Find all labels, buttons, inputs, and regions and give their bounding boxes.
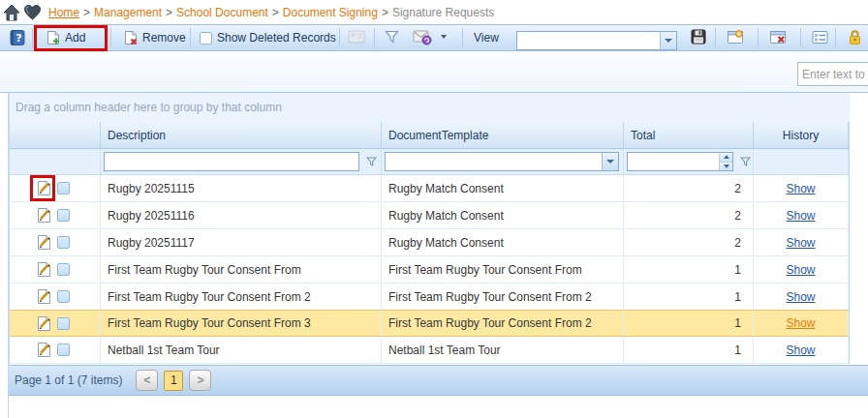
- show-history-link[interactable]: Show: [786, 209, 815, 223]
- show-history-link[interactable]: Show: [786, 343, 815, 357]
- breadcrumb-item-home[interactable]: Home: [48, 6, 79, 19]
- group-by-panel[interactable]: Drag a column header here to group by th…: [9, 93, 850, 122]
- filter-button[interactable]: [379, 25, 404, 48]
- add-button-label: Add: [65, 31, 85, 45]
- lock-button[interactable]: [842, 25, 867, 48]
- pager-next-button[interactable]: >: [189, 370, 211, 391]
- template-cell: First Team Rugby Tour Consent From 2: [382, 284, 624, 310]
- chevron-down-icon: [606, 160, 614, 164]
- row-actions-cell: [10, 175, 101, 201]
- view-combobox-dropdown-button[interactable]: [660, 32, 676, 49]
- show-history-link[interactable]: Show: [786, 236, 815, 250]
- spinner-up-button[interactable]: [720, 153, 732, 162]
- description-filter-funnel-button[interactable]: [363, 152, 379, 171]
- chevron-down-icon: [665, 39, 672, 43]
- column-header-history[interactable]: History: [754, 122, 849, 148]
- show-deleted-records-toggle[interactable]: Show Deleted Records: [200, 25, 336, 50]
- save-view-button[interactable]: [686, 25, 711, 48]
- edit-icon[interactable]: [36, 288, 52, 305]
- edit-icon[interactable]: [36, 234, 52, 251]
- search-input[interactable]: [797, 62, 868, 86]
- breadcrumb-icons: [2, 4, 42, 21]
- heart-icon[interactable]: [23, 4, 42, 21]
- remove-button[interactable]: Remove: [118, 25, 191, 50]
- template-filter-dropdown-button[interactable]: [602, 153, 618, 170]
- toolbar-separator: [835, 28, 836, 47]
- export-dropdown-button[interactable]: [436, 25, 451, 48]
- template-filter-combobox[interactable]: [385, 152, 619, 171]
- actions-column-header: [10, 122, 101, 148]
- row-checkbox[interactable]: [57, 290, 70, 303]
- chevron-down-icon: [724, 164, 729, 168]
- filter-cell-actions: [10, 149, 101, 174]
- row-actions-cell: [10, 229, 101, 255]
- edit-pencil-icon: [36, 288, 52, 305]
- show-history-link[interactable]: Show: [786, 290, 815, 304]
- edit-icon[interactable]: [36, 315, 52, 332]
- save-icon: [691, 29, 706, 45]
- total-filter-funnel-button[interactable]: [737, 152, 753, 171]
- view-combobox-field[interactable]: [516, 31, 677, 50]
- column-header-total[interactable]: Total: [624, 122, 754, 148]
- row-checkbox[interactable]: [57, 317, 70, 330]
- show-history-link[interactable]: Show: [786, 316, 815, 330]
- description-filter-input[interactable]: [104, 152, 359, 171]
- breadcrumb: Home>Management>School Document>Document…: [46, 6, 497, 19]
- row-checkbox[interactable]: [57, 343, 70, 356]
- breadcrumb-item-school-document[interactable]: School Document: [176, 6, 268, 19]
- table-row[interactable]: First Team Rugby Tour Consent From 3Firs…: [10, 310, 849, 337]
- breadcrumb-bar: Home>Management>School Document>Document…: [0, 0, 868, 24]
- filter-cell-history: [754, 149, 849, 174]
- delete-view-icon: [769, 29, 787, 45]
- table-row[interactable]: First Team Rugby Tour Consent FromFirst …: [10, 256, 849, 284]
- show-history-link[interactable]: Show: [786, 182, 815, 195]
- table-row[interactable]: Rugby 20251116Rugby Match Consent2Show: [10, 202, 849, 229]
- template-cell: Rugby Match Consent: [382, 229, 624, 255]
- new-view-button[interactable]: [723, 25, 748, 48]
- breadcrumb-item-management[interactable]: Management: [94, 6, 162, 19]
- table-row[interactable]: Rugby 20251117Rugby Match Consent2Show: [10, 229, 849, 256]
- column-header-documenttemplate[interactable]: DocumentTemplate: [382, 122, 624, 148]
- row-actions-cell: [10, 284, 101, 310]
- view-label: View: [474, 25, 499, 50]
- show-history-link[interactable]: Show: [786, 263, 815, 277]
- export-button[interactable]: [410, 25, 435, 48]
- edit-icon[interactable]: [36, 180, 52, 196]
- delete-view-button[interactable]: [765, 25, 790, 48]
- details-view-button[interactable]: [807, 25, 832, 48]
- toolbar-separator: [32, 28, 33, 47]
- row-checkbox[interactable]: [57, 236, 70, 249]
- total-filter-spinner[interactable]: [627, 152, 733, 171]
- filter-cell-template: [382, 149, 624, 174]
- table-row[interactable]: Netball 1st Team TourNetball 1st Team To…: [10, 337, 849, 364]
- add-button[interactable]: Add: [41, 25, 90, 50]
- view-combobox[interactable]: [516, 28, 677, 53]
- history-cell: Show: [754, 202, 849, 228]
- details-view-icon: [812, 30, 828, 45]
- group-by-hint: Drag a column header here to group by th…: [16, 101, 282, 114]
- toolbar-separator: [339, 28, 340, 47]
- column-header-description[interactable]: Description: [101, 122, 382, 148]
- table-row[interactable]: First Team Rugby Tour Consent From 2Firs…: [10, 284, 849, 311]
- spinner-down-button[interactable]: [720, 162, 732, 171]
- pager-prev-button[interactable]: <: [136, 370, 158, 391]
- breadcrumb-separator: >: [382, 6, 388, 19]
- row-checkbox[interactable]: [57, 263, 70, 276]
- edit-icon[interactable]: [36, 342, 52, 358]
- toolbar-separator: [462, 28, 463, 47]
- help-button[interactable]: ?: [9, 25, 26, 50]
- card-view-button[interactable]: [344, 25, 369, 48]
- home-icon[interactable]: [2, 4, 21, 21]
- breadcrumb-item-document-signing[interactable]: Document Signing: [283, 6, 378, 19]
- edit-icon[interactable]: [36, 261, 52, 278]
- row-checkbox[interactable]: [57, 209, 70, 222]
- description-cell: First Team Rugby Tour Consent From 3: [101, 311, 382, 336]
- table-row[interactable]: Rugby 20251115Rugby Match Consent2Show: [10, 175, 849, 202]
- description-cell: Rugby 20251117: [101, 229, 382, 255]
- grid-filter-row: [10, 149, 849, 175]
- card-view-icon: [348, 30, 365, 44]
- show-deleted-checkbox[interactable]: [200, 32, 212, 45]
- pager-page-1-button[interactable]: 1: [164, 371, 183, 391]
- row-checkbox[interactable]: [57, 182, 70, 194]
- edit-icon[interactable]: [36, 207, 52, 224]
